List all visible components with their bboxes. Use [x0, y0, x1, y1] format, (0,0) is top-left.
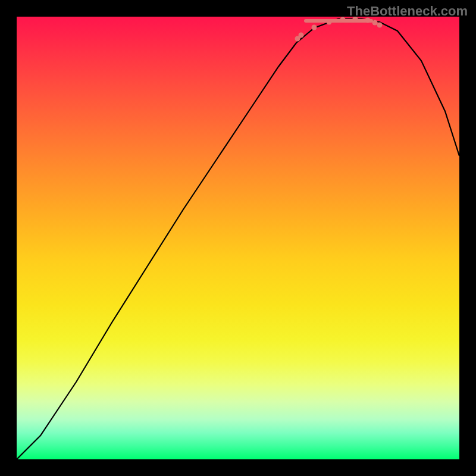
highlight-dot — [327, 20, 332, 25]
highlight-dot — [377, 23, 383, 28]
highlight-dot — [299, 33, 304, 38]
highlight-region — [295, 17, 383, 42]
chart-plot-area — [17, 17, 459, 459]
highlight-dot — [372, 20, 378, 26]
bottleneck-curve-line — [17, 19, 459, 459]
watermark-text: TheBottleneck.com — [347, 4, 468, 19]
chart-svg — [17, 17, 459, 459]
highlight-dot — [312, 25, 317, 30]
highlight-dot — [340, 17, 346, 23]
